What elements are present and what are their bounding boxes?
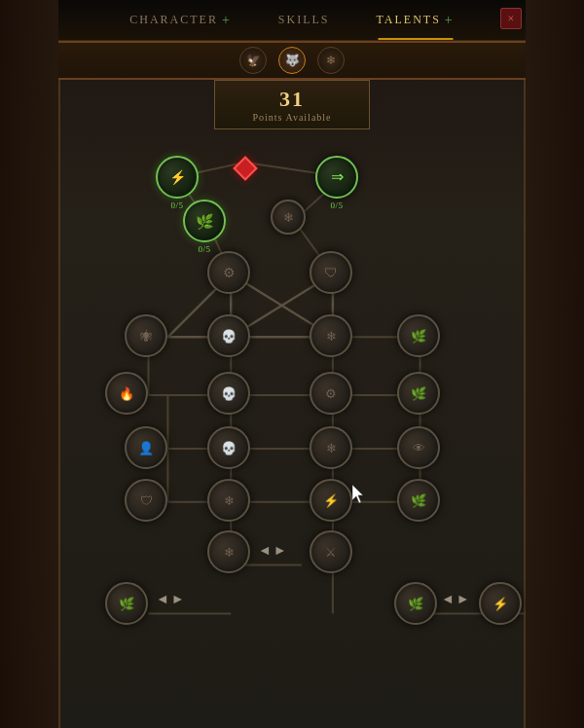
node-circle-10: ❄ (310, 314, 352, 357)
svg-text:❄: ❄ (224, 493, 235, 508)
node-circle-24: ❄ (207, 530, 250, 573)
node-4[interactable]: 🌿 0/5 (183, 200, 226, 254)
node-circle-11: 🌿 (397, 314, 440, 357)
node-circle-1: ⚡ (156, 156, 199, 199)
node-circle-13: 💀 (207, 372, 250, 415)
node-19[interactable]: 👁 (397, 426, 440, 469)
svg-text:🌿: 🌿 (196, 213, 214, 231)
svg-text:⇒: ⇒ (331, 168, 344, 185)
node-9[interactable]: 💀 (207, 314, 250, 357)
node-circle-9: 💀 (207, 314, 250, 357)
nav-bar: CHARACTER + SKILLS TALENTS + (58, 0, 526, 41)
nav-character[interactable]: CHARACTER + (106, 0, 255, 40)
node-circle-7: 🛡 (310, 251, 352, 294)
svg-text:🛡: 🛡 (324, 266, 338, 280)
node-14[interactable]: ⚙ (310, 372, 352, 415)
svg-text:💀: 💀 (221, 385, 237, 402)
node-circle-23: 🌿 (397, 479, 440, 522)
svg-text:❄: ❄ (326, 441, 337, 455)
diamond-node[interactable] (237, 160, 254, 177)
node-5[interactable]: ❄ (271, 200, 306, 235)
node-circle-20: 🛡 (125, 479, 167, 522)
node-20[interactable]: 🛡 (125, 479, 167, 522)
node-17[interactable]: 💀 (207, 426, 250, 469)
node-circle-6: ⚙ (207, 251, 250, 294)
close-button[interactable]: × (500, 8, 522, 29)
points-box: 31 Points Available (214, 80, 370, 129)
node-8[interactable]: 🕷 (125, 314, 167, 357)
node-29[interactable]: 🌿 (394, 582, 437, 625)
node-11[interactable]: 🌿 (397, 314, 440, 357)
node-circle-12: 🔥 (105, 372, 148, 415)
talents-plus-icon[interactable]: + (445, 13, 455, 28)
node-7[interactable]: 🛡 (310, 251, 352, 294)
node-13[interactable]: 💀 (207, 372, 250, 415)
node-3[interactable]: ⇒ 0/5 (315, 156, 358, 210)
svg-text:🌿: 🌿 (411, 385, 427, 402)
node-31[interactable]: ⚡ (479, 582, 522, 625)
node-circle-18: ❄ (310, 426, 352, 469)
node-10[interactable]: ❄ (310, 314, 352, 357)
svg-text:⚡: ⚡ (169, 169, 187, 186)
svg-text:❄: ❄ (224, 545, 235, 560)
svg-text:🔥: 🔥 (119, 385, 135, 402)
node-circle-26: ⚔ (310, 530, 352, 573)
node-circle-31: ⚡ (479, 582, 522, 625)
node-circle-17: 💀 (207, 426, 250, 469)
node-circle-22: ⚡ (310, 479, 352, 522)
talent-canvas: .conn { stroke: #4a4030; stroke-width: 2… (58, 127, 526, 728)
svg-text:🌿: 🌿 (411, 328, 427, 345)
svg-text:🌿: 🌿 (119, 596, 135, 612)
character-plus-icon[interactable]: + (222, 13, 232, 28)
points-value: 31 (227, 87, 357, 112)
svg-text:🛡: 🛡 (140, 493, 153, 508)
node-27[interactable]: 🌿 (105, 582, 148, 625)
node-21[interactable]: ❄ (207, 479, 250, 522)
node-22[interactable]: ⚡ (310, 479, 352, 522)
node-26[interactable]: ⚔ (310, 530, 352, 573)
svg-text:👁: 👁 (413, 441, 425, 455)
node-circle-15: 🌿 (397, 372, 440, 415)
svg-text:💀: 💀 (221, 440, 237, 456)
svg-text:⚡: ⚡ (493, 596, 509, 612)
header-icon-3: ❄ (317, 47, 345, 74)
node-label-3: 0/5 (330, 200, 343, 210)
svg-text:❄: ❄ (283, 210, 294, 225)
node-circle-29: 🌿 (394, 582, 437, 625)
nav-skills[interactable]: SKILLS (255, 0, 353, 40)
node-circle-5: ❄ (271, 200, 306, 235)
svg-text:🌿: 🌿 (408, 596, 424, 612)
nav-talents[interactable]: TALENTS + (352, 0, 477, 40)
node-circle-8: 🕷 (125, 314, 167, 357)
arrow-connector-2: ◄ ► (156, 592, 185, 607)
svg-text:⚙: ⚙ (325, 386, 337, 401)
svg-text:⚡: ⚡ (323, 492, 340, 509)
svg-text:👤: 👤 (138, 440, 155, 456)
node-12[interactable]: 🔥 (105, 372, 148, 415)
svg-text:🕷: 🕷 (140, 329, 153, 344)
node-circle-19: 👁 (397, 426, 440, 469)
header-icons: 🦅 🐺 ❄ (239, 47, 345, 74)
node-circle-4: 🌿 (183, 200, 226, 242)
arrow-connector-3: ◄ ► (441, 592, 470, 607)
svg-text:💀: 💀 (221, 328, 237, 345)
node-circle-14: ⚙ (310, 372, 352, 415)
points-label: Points Available (227, 112, 357, 123)
svg-text:⚙: ⚙ (223, 266, 236, 280)
node-16[interactable]: 👤 (125, 426, 167, 469)
svg-text:❄: ❄ (326, 329, 337, 344)
node-23[interactable]: 🌿 (397, 479, 440, 522)
header-icon-1: 🦅 (239, 47, 267, 74)
header-icon-2: 🐺 (278, 47, 306, 74)
svg-text:⚔: ⚔ (325, 545, 337, 560)
node-circle-16: 👤 (125, 426, 167, 469)
node-6[interactable]: ⚙ (207, 251, 250, 294)
svg-text:🌿: 🌿 (411, 492, 427, 509)
header-strip: 🦅 🐺 ❄ (58, 41, 526, 80)
node-15[interactable]: 🌿 (397, 372, 440, 415)
arrow-connector-1: ◄ ► (258, 543, 287, 559)
node-24[interactable]: ❄ (207, 530, 250, 573)
node-18[interactable]: ❄ (310, 426, 352, 469)
node-circle-3: ⇒ (315, 156, 358, 199)
node-circle-21: ❄ (207, 479, 250, 522)
